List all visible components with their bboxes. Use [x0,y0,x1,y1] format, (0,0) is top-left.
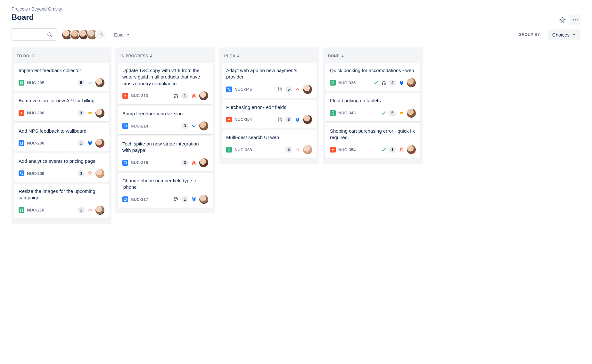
breadcrumb-project[interactable]: Beyond Gravity [31,6,62,12]
issue-card[interactable]: Quick booking for accomodations - webNUC… [325,63,420,91]
issue-card[interactable]: Purchasing error - edit fieldsNUC-3543 [222,100,317,128]
assignee-avatar[interactable] [407,145,416,154]
svg-point-19 [174,200,175,201]
svg-point-5 [21,112,22,114]
issue-key[interactable]: NUC-214 [131,124,148,128]
assignee-avatar[interactable] [303,145,312,154]
epic-dropdown[interactable]: Epic [111,30,133,39]
issue-card[interactable]: Update T&C copy with v1.9 from the write… [118,63,213,104]
issue-key[interactable]: NUC-215 [131,160,148,165]
bug-icon [122,93,128,99]
story-points-badge: 3 [78,110,85,116]
issue-card[interactable]: Bump version for new API for billingNUC-… [14,93,109,121]
issue-card[interactable]: Shoping cart purchasing error - quick fi… [325,123,420,158]
card-footer: NUC-2101 [19,206,104,215]
issue-key[interactable]: NUC-206 [27,111,44,115]
assignee-avatar[interactable] [95,206,104,215]
issue-card[interactable]: Implement feedback collectorNUC-2059 [14,63,109,91]
card-title: Tech spike on new stripe integration wit… [122,141,208,154]
issue-card[interactable]: Adapt web app no new payments providerNU… [222,63,317,98]
assignee-avatar[interactable] [407,109,416,118]
svg-rect-21 [228,88,229,89]
assignee-avatar[interactable] [407,78,416,87]
bug-icon [226,117,232,122]
svg-rect-22 [229,89,231,91]
board-column: IN QA4Adapt web app no new payments prov… [219,47,319,164]
issue-key[interactable]: NUC-205 [27,80,44,85]
chevron-down-icon [572,33,576,37]
column-count: 4 [150,54,152,58]
assignee-avatar[interactable] [199,158,208,167]
issue-card[interactable]: Bump feedback icon versionNUC-2143 [118,106,213,134]
svg-point-3 [48,33,51,36]
story-points-badge: 5 [285,146,292,153]
issue-key[interactable]: NUC-213 [131,93,148,98]
assignee-avatar[interactable] [95,78,104,87]
issue-card[interactable]: Change phone number field type to 'phone… [118,173,213,208]
assignee-avatar[interactable] [303,85,312,94]
issue-card[interactable]: Tech spike on new stripe integration wit… [118,136,213,171]
priority-high-icon [295,87,300,92]
task-icon [122,123,128,129]
star-button[interactable] [557,15,568,25]
svg-point-26 [228,119,230,120]
column-header: DONE4 [325,50,421,63]
card-title: Multi-dest search UI web [226,134,312,141]
groupby-dropdown[interactable]: Choices [548,29,580,40]
assignee-avatar[interactable] [199,91,208,100]
toolbar: +3 Epic GROUP BY Choices [12,27,580,47]
issue-key[interactable]: NUC-338 [234,147,252,152]
issue-key[interactable]: NUC-208 [27,141,44,145]
story-icon [330,110,336,116]
branch-icon [174,93,179,98]
column-count: 12 [31,54,36,58]
story-points-badge: 3 [285,116,292,123]
breadcrumb-root[interactable]: Projects [12,6,28,12]
issue-key[interactable]: NUC-217 [131,197,148,202]
card-title: Shoping cart purchasing error - quick fi… [330,128,416,141]
issue-key[interactable]: NUC-210 [27,208,44,212]
card-footer: NUC-2171 [122,195,208,204]
svg-rect-15 [124,125,127,127]
issue-key[interactable]: NUC-343 [338,111,356,115]
more-actions-button[interactable] [570,15,580,25]
card-footer: NUC-2059 [19,78,104,87]
issue-card[interactable]: Fluid booking on tabletsNUC-3435 [325,93,420,121]
issue-key[interactable]: NUC-209 [27,171,44,176]
subtask-icon [19,170,24,176]
assignee-avatar[interactable] [199,121,208,130]
card-footer: NUC-2063 [19,109,104,118]
board-column: DONE4Quick booking for accomodations - w… [323,47,423,164]
story-icon [19,80,24,86]
story-icon [19,207,24,213]
issue-key[interactable]: NUC-346 [234,87,252,92]
issue-card[interactable]: Resize the images for the upcoming campa… [14,184,109,219]
svg-rect-10 [22,174,23,175]
avatar-overflow[interactable]: +3 [95,29,106,40]
card-footer: NUC-2093 [19,169,104,178]
svg-rect-17 [124,198,127,201]
page-title: Board [12,13,34,22]
issue-card[interactable]: Multi-dest search UI webNUC-3385 [222,130,317,158]
issue-card[interactable]: Add NPS feedback to wallboardNUC-2081 [14,123,109,152]
column-count: 4 [237,54,240,58]
column-name: IN PROGRESS [120,54,148,58]
assignee-avatar[interactable] [95,139,104,148]
assignee-avatar[interactable] [95,109,104,118]
groupby-value: Choices [552,32,570,37]
assignee-avatar[interactable] [95,169,104,178]
column-name: IN QA [224,54,235,58]
column-header: IN PROGRESS4 [117,50,213,63]
avatar-group[interactable]: +3 [62,29,106,40]
card-title: Implement feedback collector [19,67,104,74]
dots-icon [572,17,579,23]
assignee-avatar[interactable] [303,115,312,124]
card-title: Adapt web app no new payments provider [226,67,312,80]
search-input[interactable] [12,28,56,41]
issue-key[interactable]: NUC-336 [338,80,356,85]
issue-card[interactable]: Add analytics events to pricing pageNUC-… [14,153,109,182]
svg-rect-9 [20,172,21,173]
issue-key[interactable]: NUC-354 [338,147,356,152]
issue-key[interactable]: NUC-354 [234,117,252,122]
assignee-avatar[interactable] [199,195,208,204]
